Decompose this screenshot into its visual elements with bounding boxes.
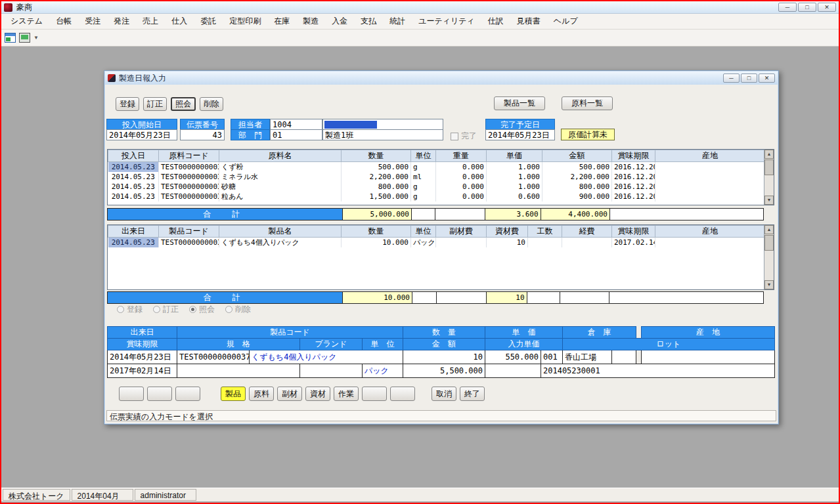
radio-modify[interactable] — [153, 306, 160, 313]
dept-name-field[interactable]: 製造1班 — [322, 129, 443, 140]
cell[interactable]: 2016.12.20 — [612, 172, 655, 182]
cell[interactable]: 2017.02.14 — [612, 238, 655, 248]
table-row[interactable]: 2014.05.23TEST00000000036粒あん1,500.000g0.… — [108, 192, 765, 201]
scroll-thumb[interactable] — [764, 159, 774, 175]
cell[interactable]: 10 — [487, 238, 528, 248]
scroll-down-icon[interactable]: ▼ — [764, 280, 774, 289]
cell[interactable]: 500.000 — [342, 162, 411, 173]
cell[interactable]: 0.000 — [436, 162, 487, 173]
menu-item[interactable]: システム — [4, 13, 49, 30]
scroll-up-icon[interactable]: ▲ — [764, 150, 774, 159]
cell[interactable]: 10.000 — [342, 238, 411, 248]
table-row[interactable]: 2014.05.23TEST00000000032くず粉500.000g0.00… — [108, 162, 765, 173]
blank-button[interactable] — [362, 387, 387, 401]
blank-button[interactable] — [390, 387, 415, 401]
cell[interactable]: 2014.05.23 — [108, 162, 159, 173]
dialog-close-button[interactable]: ✕ — [759, 74, 775, 83]
cell[interactable] — [655, 182, 765, 192]
menu-item[interactable]: 統計 — [383, 13, 412, 30]
cell[interactable] — [436, 238, 487, 248]
cell[interactable]: 2016.12.20 — [612, 162, 655, 173]
menu-item[interactable]: 入金 — [325, 13, 354, 30]
menu-item[interactable]: 発注 — [107, 13, 136, 30]
cell[interactable]: g — [411, 192, 436, 201]
detail-amount-field[interactable]: 5,500.000 — [403, 364, 485, 378]
register-button[interactable]: 登録 — [116, 97, 139, 111]
menu-item[interactable]: 仕訳 — [481, 13, 510, 30]
cell[interactable]: TEST00000000033 — [159, 172, 219, 182]
radio-delete[interactable] — [225, 306, 232, 313]
cancel-button[interactable]: 取消 — [431, 387, 456, 401]
cell[interactable]: TEST00000000037 — [159, 238, 219, 248]
supplies-button[interactable]: 資材 — [305, 387, 330, 401]
dialog-minimize-button[interactable]: ─ — [723, 74, 740, 83]
detail-brand-field[interactable] — [300, 364, 363, 378]
menu-item[interactable]: 製造 — [296, 13, 325, 30]
blank-button[interactable] — [147, 387, 172, 401]
cell[interactable]: 2014.05.23 — [108, 182, 159, 192]
cell[interactable] — [562, 238, 612, 248]
cell[interactable] — [655, 162, 765, 173]
materials-scrollbar[interactable]: ▲ ▼ — [764, 150, 774, 205]
menu-item[interactable]: 在庫 — [267, 13, 296, 30]
staff-code-field[interactable]: 1004 — [270, 119, 322, 130]
cell[interactable]: 2014.05.23 — [108, 192, 159, 201]
blank-button[interactable] — [175, 387, 200, 401]
cell[interactable]: 2016.12.20 — [612, 182, 655, 192]
cell[interactable]: くずもち4個入りパック — [219, 238, 342, 248]
cell[interactable]: 2014.05.23 — [108, 238, 159, 248]
material-list-button[interactable]: 原料一覧 — [562, 96, 613, 110]
detail-unit-price-field[interactable]: 550.000 — [485, 350, 541, 364]
cell[interactable] — [655, 192, 765, 201]
cell[interactable]: 1,500.000 — [342, 192, 411, 201]
scroll-down-icon[interactable]: ▼ — [764, 196, 774, 205]
scroll-thumb[interactable] — [764, 235, 774, 251]
cell[interactable]: 1.000 — [487, 182, 542, 192]
close-button[interactable]: ✕ — [818, 3, 836, 12]
menu-item[interactable]: 支払 — [354, 13, 383, 30]
finish-date-field[interactable]: 2014年05月23日 — [485, 129, 555, 140]
detail-warehouse-code-field[interactable]: 001 — [541, 350, 563, 364]
dept-code-field[interactable]: 01 — [270, 129, 322, 140]
scroll-up-icon[interactable]: ▲ — [764, 225, 774, 234]
detail-unit-field[interactable]: パック — [363, 364, 403, 378]
detail-spec-field[interactable] — [177, 364, 300, 378]
menu-item[interactable]: ユーティリティ — [412, 13, 481, 30]
cell[interactable]: TEST00000000032 — [159, 162, 219, 173]
submaterial-button[interactable]: 副材 — [277, 387, 302, 401]
modify-button[interactable]: 訂正 — [143, 97, 167, 111]
detail-warehouse-name-field[interactable]: 香山工場 — [563, 350, 612, 364]
cell[interactable]: 0.000 — [436, 182, 487, 192]
cell[interactable]: 1.000 — [487, 162, 542, 173]
radio-register[interactable] — [117, 306, 124, 313]
cell[interactable]: TEST00000000036 — [159, 192, 219, 201]
detail-date-field[interactable]: 2014年05月23日 — [108, 350, 177, 364]
display-icon[interactable] — [19, 33, 30, 43]
delete-button[interactable]: 削除 — [200, 97, 223, 111]
detail-lot-field[interactable]: 201405230001 — [541, 364, 775, 378]
detail-qty-field[interactable]: 10 — [403, 350, 485, 364]
radio-inquiry[interactable] — [189, 306, 196, 313]
cell[interactable]: g — [411, 162, 436, 173]
menu-item[interactable]: 仕入 — [165, 13, 194, 30]
detail-product-code-field[interactable]: TEST00000000037 — [177, 350, 250, 364]
inquiry-button[interactable]: 照会 — [171, 97, 196, 111]
cell[interactable]: 800.000 — [542, 182, 612, 192]
maximize-button[interactable]: □ — [798, 3, 816, 12]
toolbar-dropdown-caret[interactable]: ▼ — [33, 35, 39, 41]
done-checkbox[interactable] — [451, 133, 458, 140]
material-button[interactable]: 原料 — [249, 387, 274, 401]
cell[interactable]: g — [411, 182, 436, 192]
cell[interactable]: 砂糖 — [219, 182, 342, 192]
dialog-maximize-button[interactable]: □ — [741, 74, 757, 83]
cell[interactable]: 2,200.000 — [542, 172, 612, 182]
products-scrollbar[interactable]: ▲ ▼ — [764, 225, 774, 289]
cell[interactable]: 0.000 — [436, 172, 487, 182]
slip-no-field[interactable]: 43 — [180, 129, 225, 140]
detail-product-name-field[interactable]: くずもち4個入りパック — [250, 350, 403, 364]
exit-button[interactable]: 終了 — [460, 387, 485, 401]
cell[interactable]: 500.000 — [542, 162, 612, 173]
cell[interactable] — [528, 238, 562, 248]
cell[interactable]: パック — [411, 238, 436, 248]
menu-item[interactable]: 受注 — [78, 13, 107, 30]
